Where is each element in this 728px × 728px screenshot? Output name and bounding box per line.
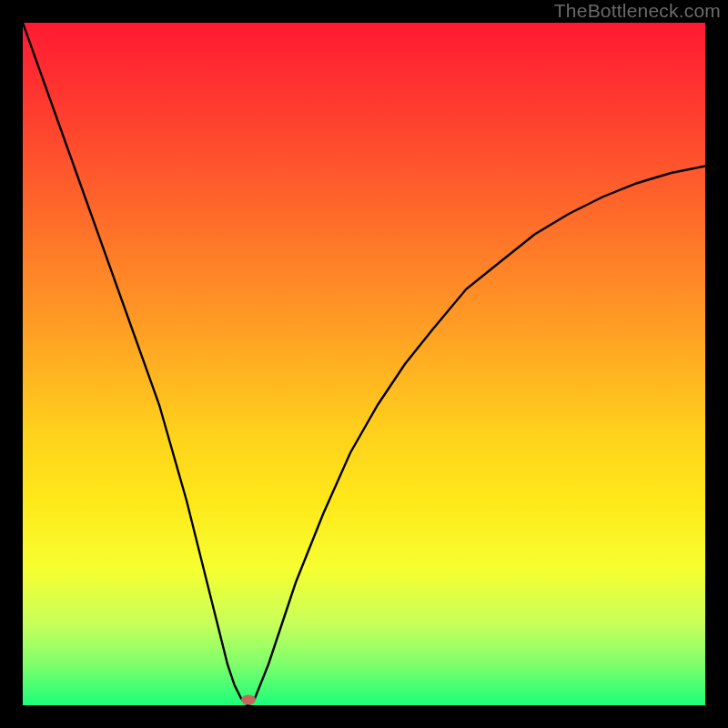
curve-svg [23, 23, 705, 705]
watermark-text: TheBottleneck.com [554, 0, 721, 22]
plot-area [23, 23, 705, 705]
target-point-marker [241, 695, 256, 705]
chart-frame: TheBottleneck.com [0, 0, 728, 728]
bottleneck-curve [23, 23, 705, 705]
